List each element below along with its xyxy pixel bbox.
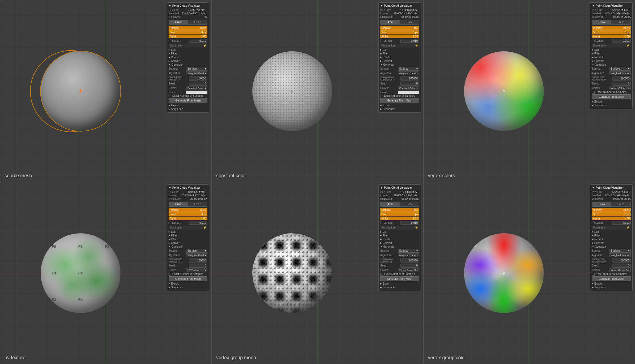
- colors-dropdown[interactable]: Vertex Group Colorized▾: [609, 268, 631, 272]
- section-convert[interactable]: ▶Convert: [380, 242, 419, 244]
- section-edit[interactable]: ▶Edit: [380, 48, 419, 51]
- algorithm-dropdown[interactable]: Weighted Random In ...▾: [609, 253, 631, 257]
- tab-erase[interactable]: Erase: [611, 202, 630, 206]
- section-render[interactable]: ▶Render: [169, 238, 207, 241]
- generate-button[interactable]: Generate From Mesh: [592, 276, 631, 281]
- colors-dropdown[interactable]: Constant Color ▾: [186, 86, 207, 90]
- section-edit[interactable]: ▶Edit: [169, 230, 207, 233]
- color-swatch[interactable]: [398, 91, 419, 94]
- section-export[interactable]: ▶Export: [169, 104, 207, 107]
- display-slider[interactable]: Display: 100%: [592, 208, 631, 212]
- source-dropdown[interactable]: Surface▾: [186, 249, 207, 253]
- section-filter[interactable]: ▶Filter: [380, 234, 419, 237]
- section-sequence[interactable]: ▶Sequence: [169, 108, 207, 111]
- size-slider[interactable]: Size: 3 px: [380, 212, 419, 216]
- exact-checkbox[interactable]: [169, 95, 171, 97]
- length-checkbox[interactable]: [169, 222, 171, 224]
- section-edit[interactable]: ▶Edit: [169, 48, 207, 51]
- exact-checkbox[interactable]: [380, 273, 383, 276]
- section-sequence[interactable]: ▶Sequence: [380, 286, 419, 289]
- colors-dropdown[interactable]: Vertex Colors▾: [609, 86, 631, 90]
- section-render[interactable]: ▶Render: [169, 56, 207, 59]
- section-convert[interactable]: ▶Convert: [380, 60, 419, 62]
- display-slider[interactable]: Display: 100%: [169, 208, 207, 212]
- section-filter[interactable]: ▶Filter: [592, 52, 631, 55]
- tab-erase[interactable]: Erase: [611, 20, 630, 24]
- source-dropdown[interactable]: Surface▾: [398, 249, 419, 253]
- source-dropdown[interactable]: Surface ▾: [186, 67, 207, 71]
- size-slider[interactable]: Size: 3 px: [169, 30, 207, 34]
- source-dropdown[interactable]: Surface▾: [609, 67, 631, 71]
- display-slider[interactable]: Display: 100%: [380, 26, 419, 30]
- section-edit[interactable]: ▶Edit: [592, 48, 631, 51]
- section-sequence[interactable]: ▶Sequence: [592, 104, 631, 107]
- approx-value[interactable]: 100000: [189, 77, 207, 81]
- tab-erase[interactable]: Erase: [188, 20, 207, 24]
- source-dropdown[interactable]: Surface▾: [609, 249, 631, 253]
- tab-erase[interactable]: Erase: [188, 202, 207, 206]
- section-export[interactable]: ▶Export: [592, 100, 631, 103]
- section-render[interactable]: ▶Render: [380, 56, 419, 59]
- section-convert[interactable]: ▶Convert: [592, 242, 631, 244]
- length-checkbox[interactable]: [592, 40, 595, 42]
- size-slider[interactable]: Size: 3 px: [169, 212, 207, 216]
- tab-draw[interactable]: Draw: [169, 202, 188, 206]
- section-sequence[interactable]: ▶Sequence: [592, 286, 631, 289]
- section-render[interactable]: ▶Render: [592, 238, 631, 241]
- section-render[interactable]: ▶Render: [380, 238, 419, 241]
- exact-checkbox[interactable]: [592, 91, 595, 94]
- section-convert[interactable]: ▶Convert: [592, 60, 631, 62]
- section-sequence[interactable]: ▶Sequence: [380, 108, 419, 111]
- display-slider[interactable]: Display: 100%: [169, 26, 207, 30]
- alpha-slider[interactable]: Alpha: 1.00: [592, 217, 631, 220]
- algorithm-dropdown[interactable]: Weighted Random In ...▾: [398, 71, 419, 75]
- alpha-slider[interactable]: Alpha: 1.00: [592, 35, 631, 38]
- section-export[interactable]: ▶Export: [592, 282, 631, 285]
- algorithm-dropdown[interactable]: Weighted Random In ... ▾: [186, 71, 207, 75]
- length-checkbox[interactable]: [380, 40, 383, 42]
- section-convert[interactable]: ▶Convert: [169, 242, 207, 244]
- colors-dropdown[interactable]: Vertex Group Monoch...▾: [398, 268, 419, 272]
- algorithm-dropdown[interactable]: Weighted Random In ...▾: [186, 253, 207, 257]
- section-convert[interactable]: ▶Convert: [169, 60, 207, 62]
- section-generate[interactable]: ▼Generate: [592, 63, 631, 66]
- length-checkbox[interactable]: [169, 40, 171, 42]
- source-dropdown[interactable]: Surface▾: [398, 67, 419, 71]
- tab-draw[interactable]: Draw: [169, 20, 188, 24]
- generate-button[interactable]: Generate From Mesh: [592, 94, 631, 99]
- section-filter[interactable]: ▶Filter: [169, 52, 207, 55]
- tab-erase[interactable]: Erase: [400, 20, 419, 24]
- algorithm-dropdown[interactable]: Weighted Random In ...▾: [609, 71, 631, 75]
- colors-dropdown[interactable]: UV Texture▾: [186, 268, 207, 272]
- display-slider[interactable]: Display: 100%: [592, 26, 631, 30]
- alpha-slider[interactable]: Alpha: 1.00: [380, 217, 419, 220]
- exact-checkbox[interactable]: [169, 273, 171, 276]
- section-filter[interactable]: ▶Filter: [380, 52, 419, 55]
- section-generate[interactable]: ▼Generate: [380, 63, 419, 66]
- size-slider[interactable]: Size: 3 px: [592, 30, 631, 34]
- section-export[interactable]: ▶Export: [169, 282, 207, 285]
- tab-draw[interactable]: Draw: [592, 20, 611, 24]
- section-sequence[interactable]: ▶Sequence: [169, 286, 207, 289]
- section-generate[interactable]: ▼Generate: [169, 245, 207, 248]
- section-generate[interactable]: ▼Generate: [380, 245, 419, 248]
- generate-button[interactable]: Generate From Mesh: [380, 98, 419, 103]
- section-export[interactable]: ▶Export: [380, 282, 419, 285]
- section-filter[interactable]: ▶Filter: [169, 234, 207, 237]
- algorithm-dropdown[interactable]: Weighted Random In ...▾: [398, 253, 419, 257]
- tab-draw[interactable]: Draw: [381, 20, 400, 24]
- exact-checkbox[interactable]: [380, 95, 383, 97]
- exact-checkbox[interactable]: [592, 273, 595, 276]
- generate-button[interactable]: Generate From Mesh: [380, 276, 419, 281]
- tab-draw[interactable]: Draw: [592, 202, 611, 206]
- generate-button[interactable]: Generate From Mesh: [169, 276, 207, 281]
- section-generate[interactable]: ▼Generate: [169, 63, 207, 66]
- size-slider[interactable]: Size: 3 px: [592, 212, 631, 216]
- length-value[interactable]: 0.010: [189, 39, 207, 43]
- section-edit[interactable]: ▶Edit: [380, 230, 419, 233]
- section-filter[interactable]: ▶Filter: [592, 234, 631, 237]
- alpha-slider[interactable]: Alpha: 1.00: [380, 35, 419, 38]
- section-edit[interactable]: ▶Edit: [592, 230, 631, 233]
- size-slider[interactable]: Size: 3 px: [380, 30, 419, 34]
- color-swatch[interactable]: [186, 91, 207, 94]
